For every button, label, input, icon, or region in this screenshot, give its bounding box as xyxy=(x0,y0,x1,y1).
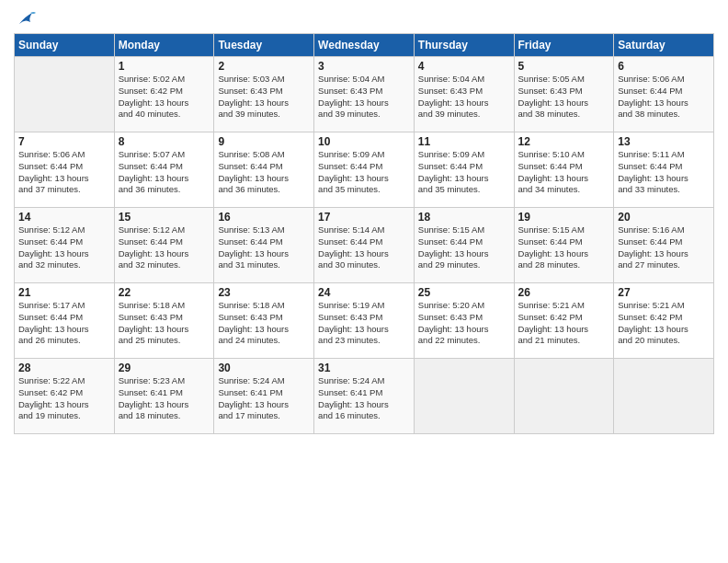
day-number: 24 xyxy=(318,286,410,299)
day-number: 29 xyxy=(119,362,210,374)
day-info: Sunrise: 5:19 AM Sunset: 6:43 PM Dayligh… xyxy=(318,300,410,347)
calendar-table: SundayMondayTuesdayWednesdayThursdayFrid… xyxy=(14,33,714,434)
day-info: Sunrise: 5:09 AM Sunset: 6:44 PM Dayligh… xyxy=(418,149,510,196)
day-number: 7 xyxy=(18,135,110,148)
calendar-header-cell: Friday xyxy=(514,34,614,57)
day-number: 2 xyxy=(218,60,310,73)
day-info: Sunrise: 5:04 AM Sunset: 6:43 PM Dayligh… xyxy=(318,74,410,121)
calendar-day-cell: 18Sunrise: 5:15 AM Sunset: 6:44 PM Dayli… xyxy=(414,208,514,283)
calendar-day-cell: 21Sunrise: 5:17 AM Sunset: 6:44 PM Dayli… xyxy=(15,283,115,359)
calendar-day-cell: 1Sunrise: 5:02 AM Sunset: 6:42 PM Daylig… xyxy=(114,57,214,132)
day-number: 26 xyxy=(518,286,610,299)
calendar-day-cell: 19Sunrise: 5:15 AM Sunset: 6:44 PM Dayli… xyxy=(514,208,614,283)
calendar-day-cell: 15Sunrise: 5:12 AM Sunset: 6:44 PM Dayli… xyxy=(114,208,214,283)
day-number: 10 xyxy=(318,135,410,148)
day-info: Sunrise: 5:18 AM Sunset: 6:43 PM Dayligh… xyxy=(218,300,310,347)
calendar-week-row: 7Sunrise: 5:06 AM Sunset: 6:44 PM Daylig… xyxy=(15,132,714,208)
day-number: 4 xyxy=(418,60,510,73)
day-info: Sunrise: 5:15 AM Sunset: 6:44 PM Dayligh… xyxy=(418,224,510,271)
day-info: Sunrise: 5:12 AM Sunset: 6:44 PM Dayligh… xyxy=(18,224,110,271)
day-info: Sunrise: 5:06 AM Sunset: 6:44 PM Dayligh… xyxy=(18,149,110,196)
calendar-day-cell xyxy=(15,57,115,132)
day-number: 11 xyxy=(418,135,510,148)
calendar-header-cell: Thursday xyxy=(414,34,514,57)
calendar-week-row: 28Sunrise: 5:22 AM Sunset: 6:42 PM Dayli… xyxy=(15,359,714,434)
calendar-week-row: 21Sunrise: 5:17 AM Sunset: 6:44 PM Dayli… xyxy=(15,283,714,359)
header xyxy=(14,9,714,26)
day-number: 8 xyxy=(119,135,210,148)
day-info: Sunrise: 5:07 AM Sunset: 6:44 PM Dayligh… xyxy=(119,149,210,196)
day-info: Sunrise: 5:15 AM Sunset: 6:44 PM Dayligh… xyxy=(518,224,610,271)
day-number: 30 xyxy=(218,362,310,374)
calendar-body: 1Sunrise: 5:02 AM Sunset: 6:42 PM Daylig… xyxy=(15,57,714,434)
calendar-day-cell: 13Sunrise: 5:11 AM Sunset: 6:44 PM Dayli… xyxy=(614,132,714,208)
day-number: 31 xyxy=(318,362,410,374)
calendar-day-cell: 5Sunrise: 5:05 AM Sunset: 6:43 PM Daylig… xyxy=(514,57,614,132)
day-number: 17 xyxy=(318,211,410,224)
day-number: 9 xyxy=(218,135,310,148)
day-info: Sunrise: 5:04 AM Sunset: 6:43 PM Dayligh… xyxy=(418,74,510,121)
page: SundayMondayTuesdayWednesdayThursdayFrid… xyxy=(0,0,728,563)
day-info: Sunrise: 5:14 AM Sunset: 6:44 PM Dayligh… xyxy=(318,224,410,271)
calendar-day-cell: 2Sunrise: 5:03 AM Sunset: 6:43 PM Daylig… xyxy=(214,57,314,132)
day-number: 6 xyxy=(618,60,710,73)
day-info: Sunrise: 5:11 AM Sunset: 6:44 PM Dayligh… xyxy=(618,149,710,196)
logo-bird-icon xyxy=(16,9,36,29)
calendar-week-row: 1Sunrise: 5:02 AM Sunset: 6:42 PM Daylig… xyxy=(15,57,714,132)
calendar-day-cell: 3Sunrise: 5:04 AM Sunset: 6:43 PM Daylig… xyxy=(314,57,415,132)
day-number: 15 xyxy=(119,211,210,224)
day-info: Sunrise: 5:23 AM Sunset: 6:41 PM Dayligh… xyxy=(119,375,210,422)
calendar-header-cell: Sunday xyxy=(15,34,115,57)
day-number: 12 xyxy=(518,135,610,148)
day-info: Sunrise: 5:09 AM Sunset: 6:44 PM Dayligh… xyxy=(318,149,410,196)
calendar-week-row: 14Sunrise: 5:12 AM Sunset: 6:44 PM Dayli… xyxy=(15,208,714,283)
calendar-day-cell: 12Sunrise: 5:10 AM Sunset: 6:44 PM Dayli… xyxy=(514,132,614,208)
calendar-day-cell: 23Sunrise: 5:18 AM Sunset: 6:43 PM Dayli… xyxy=(214,283,314,359)
day-info: Sunrise: 5:10 AM Sunset: 6:44 PM Dayligh… xyxy=(518,149,610,196)
day-info: Sunrise: 5:05 AM Sunset: 6:43 PM Dayligh… xyxy=(518,74,610,121)
calendar-day-cell: 31Sunrise: 5:24 AM Sunset: 6:41 PM Dayli… xyxy=(314,359,415,434)
calendar-day-cell: 28Sunrise: 5:22 AM Sunset: 6:42 PM Dayli… xyxy=(15,359,115,434)
calendar-day-cell: 10Sunrise: 5:09 AM Sunset: 6:44 PM Dayli… xyxy=(314,132,415,208)
day-number: 3 xyxy=(318,60,410,73)
day-info: Sunrise: 5:18 AM Sunset: 6:43 PM Dayligh… xyxy=(119,300,210,347)
day-info: Sunrise: 5:17 AM Sunset: 6:44 PM Dayligh… xyxy=(18,300,110,347)
day-number: 25 xyxy=(418,286,510,299)
calendar-day-cell: 14Sunrise: 5:12 AM Sunset: 6:44 PM Dayli… xyxy=(15,208,115,283)
calendar-day-cell: 9Sunrise: 5:08 AM Sunset: 6:44 PM Daylig… xyxy=(214,132,314,208)
day-info: Sunrise: 5:24 AM Sunset: 6:41 PM Dayligh… xyxy=(218,375,310,422)
calendar-header-row: SundayMondayTuesdayWednesdayThursdayFrid… xyxy=(15,34,714,57)
day-info: Sunrise: 5:06 AM Sunset: 6:44 PM Dayligh… xyxy=(618,74,710,121)
day-info: Sunrise: 5:08 AM Sunset: 6:44 PM Dayligh… xyxy=(218,149,310,196)
calendar-day-cell xyxy=(514,359,614,434)
day-info: Sunrise: 5:22 AM Sunset: 6:42 PM Dayligh… xyxy=(18,375,110,422)
calendar-header-cell: Monday xyxy=(114,34,214,57)
calendar-day-cell xyxy=(414,359,514,434)
day-number: 20 xyxy=(618,211,710,224)
day-number: 16 xyxy=(218,211,310,224)
calendar-day-cell: 8Sunrise: 5:07 AM Sunset: 6:44 PM Daylig… xyxy=(114,132,214,208)
calendar-header-cell: Wednesday xyxy=(314,34,415,57)
calendar-day-cell: 24Sunrise: 5:19 AM Sunset: 6:43 PM Dayli… xyxy=(314,283,415,359)
calendar-header-cell: Tuesday xyxy=(214,34,314,57)
day-info: Sunrise: 5:24 AM Sunset: 6:41 PM Dayligh… xyxy=(318,375,410,422)
calendar-day-cell: 16Sunrise: 5:13 AM Sunset: 6:44 PM Dayli… xyxy=(214,208,314,283)
calendar-day-cell: 20Sunrise: 5:16 AM Sunset: 6:44 PM Dayli… xyxy=(614,208,714,283)
calendar-day-cell xyxy=(614,359,714,434)
day-info: Sunrise: 5:03 AM Sunset: 6:43 PM Dayligh… xyxy=(218,74,310,121)
calendar-day-cell: 17Sunrise: 5:14 AM Sunset: 6:44 PM Dayli… xyxy=(314,208,415,283)
day-number: 18 xyxy=(418,211,510,224)
calendar-day-cell: 4Sunrise: 5:04 AM Sunset: 6:43 PM Daylig… xyxy=(414,57,514,132)
day-info: Sunrise: 5:13 AM Sunset: 6:44 PM Dayligh… xyxy=(218,224,310,271)
calendar-header-cell: Saturday xyxy=(614,34,714,57)
day-number: 28 xyxy=(18,362,110,374)
calendar-day-cell: 22Sunrise: 5:18 AM Sunset: 6:43 PM Dayli… xyxy=(114,283,214,359)
day-number: 27 xyxy=(618,286,710,299)
day-info: Sunrise: 5:21 AM Sunset: 6:42 PM Dayligh… xyxy=(618,300,710,347)
calendar-day-cell: 25Sunrise: 5:20 AM Sunset: 6:43 PM Dayli… xyxy=(414,283,514,359)
calendar-day-cell: 7Sunrise: 5:06 AM Sunset: 6:44 PM Daylig… xyxy=(15,132,115,208)
calendar-day-cell: 6Sunrise: 5:06 AM Sunset: 6:44 PM Daylig… xyxy=(614,57,714,132)
calendar-day-cell: 30Sunrise: 5:24 AM Sunset: 6:41 PM Dayli… xyxy=(214,359,314,434)
day-number: 13 xyxy=(618,135,710,148)
day-number: 21 xyxy=(18,286,110,299)
